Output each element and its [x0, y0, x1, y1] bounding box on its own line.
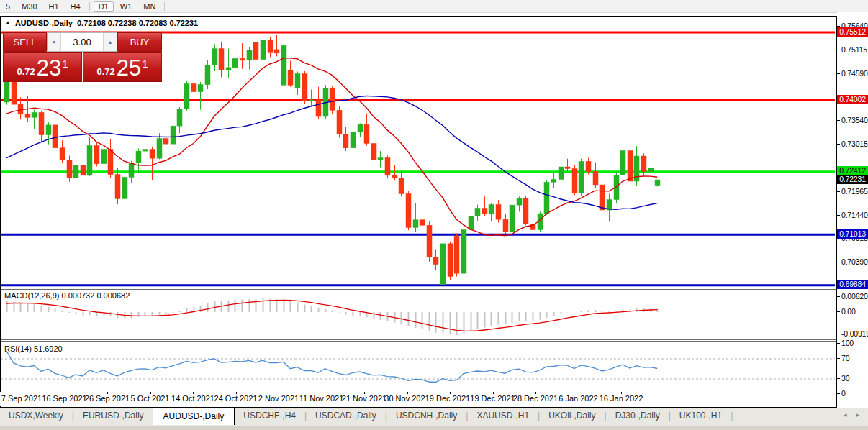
timeframe-button-5[interactable]: 5: [1, 1, 15, 12]
price-axis-label: 0.75115: [841, 45, 867, 54]
macd-signal-line: [6, 300, 657, 331]
candle: [593, 163, 598, 188]
candle: [302, 71, 307, 104]
date-axis-label: 26 Sep 2021: [85, 394, 130, 403]
toolbar-separator: [89, 2, 90, 11]
date-axis-label: 30 Nov 2021: [384, 394, 429, 403]
candle: [482, 196, 487, 216]
candle: [517, 196, 522, 211]
date-axis-label: 5 Oct 2021: [131, 394, 170, 403]
sell-price-prefix: 0.72: [17, 66, 35, 77]
date-axis-label: 11 Nov 2021: [299, 394, 344, 403]
timeframe-toolbar: 5M30H1H4D1W1MN: [0, 0, 868, 13]
sell-price-point: 1: [62, 58, 68, 70]
date-axis-label: 21 Nov 2021: [342, 394, 386, 403]
axis-tick-mark: [837, 378, 840, 379]
timeframe-button-h1[interactable]: H1: [44, 1, 64, 12]
tab-usdcnh-daily[interactable]: USDCNH-,Daily: [387, 408, 466, 424]
timeframe-button-d1[interactable]: D1: [94, 1, 114, 12]
candle: [281, 38, 286, 88]
candle: [309, 90, 314, 106]
macd-axis-label: 0.006201: [841, 292, 868, 301]
tab-separator: |: [731, 411, 733, 421]
candle: [198, 82, 203, 110]
date-axis-label: 14 Oct 2021: [171, 394, 214, 403]
tab-xauusd-h1[interactable]: XAUUSD-,H1: [468, 408, 538, 424]
candle: [413, 203, 418, 232]
axis-tick-mark: [837, 73, 840, 74]
candle: [94, 142, 99, 167]
chart-area[interactable]: ▲ AUDUSD-,Daily 0.72108 0.72238 0.72083 …: [0, 16, 837, 408]
candle: [496, 200, 501, 222]
candle: [399, 171, 404, 196]
candle: [420, 203, 425, 227]
tab-usdx-weekly[interactable]: USDX,Weekly: [0, 408, 72, 424]
axis-tick-mark: [837, 334, 840, 334]
tab-uk100-h1[interactable]: UK100-,H1: [671, 408, 731, 424]
macd-indicator-label: MACD(12,26,9) 0.000732 0.000682: [4, 291, 130, 300]
candle: [655, 180, 660, 187]
mt4-window: 5M30H1H4D1W1MN ▲ AUDUSD-,Daily 0.72108 0…: [0, 0, 868, 430]
date-axis-label: 2 Nov 2021: [258, 394, 299, 403]
candle: [163, 129, 168, 151]
toolbar-separator: [164, 2, 165, 11]
candle: [475, 205, 480, 221]
sell-price-display[interactable]: 0.72 23 1: [3, 52, 82, 82]
tab-scroll-left-icon[interactable]: ◄: [842, 412, 848, 418]
buy-price-pips: 25: [117, 58, 141, 79]
tab-dj30-daily[interactable]: DJ30-,Daily: [607, 408, 669, 424]
axis-tick-mark: [837, 215, 840, 216]
volume-input[interactable]: 3.00: [61, 33, 103, 51]
buy-price-point: 1: [142, 58, 148, 70]
axis-tick-mark: [837, 50, 840, 50]
axis-tick-mark: [837, 120, 840, 121]
candle: [337, 106, 342, 138]
tab-eurusd-daily[interactable]: EURUSD-,Daily: [74, 408, 153, 424]
tab-scroll-controls: ◄►: [842, 408, 868, 418]
rsi-axis-label: 100: [841, 339, 854, 347]
timeframe-button-h4[interactable]: H4: [65, 1, 86, 12]
tab-usdcad-daily[interactable]: USDCAD-,Daily: [307, 408, 385, 424]
timeframe-button-mn[interactable]: MN: [138, 1, 161, 12]
candle: [343, 127, 348, 151]
candle: [101, 139, 107, 167]
volume-increase-icon[interactable]: ▲: [103, 33, 117, 51]
volume-decrease-icon[interactable]: ▼: [48, 33, 61, 51]
candle: [184, 81, 189, 111]
rsi-pane[interactable]: [1, 342, 835, 393]
price-axis-tag: 0.74002: [837, 95, 868, 104]
chart-title: ▲ AUDUSD-,Daily 0.72108 0.72238 0.72083 …: [5, 19, 198, 27]
axis-tick-mark: [837, 311, 840, 312]
rsi-axis-label: 0: [841, 389, 846, 398]
candle: [60, 140, 65, 163]
candle: [461, 227, 466, 275]
rsi-indicator-label: RSI(14) 51.6920: [4, 344, 63, 353]
tab-ukoil-daily[interactable]: UKOil-,Daily: [540, 408, 604, 424]
candle: [39, 111, 44, 142]
candle: [448, 242, 453, 280]
price-axis-tag: 0.71013: [837, 229, 868, 239]
price-axis-label: 0.70390: [841, 257, 868, 266]
candle: [46, 122, 51, 145]
buy-price-display[interactable]: 0.72 25 1: [83, 52, 162, 82]
candle: [253, 30, 258, 65]
tab-usdchf-h4[interactable]: USDCHF-,H4: [235, 408, 304, 424]
price-axis-label: 0.71440: [841, 211, 868, 219]
tab-scroll-right-icon[interactable]: ►: [855, 412, 861, 418]
candle: [73, 163, 78, 183]
timeframe-button-w1[interactable]: W1: [115, 1, 137, 12]
candle: [268, 37, 273, 58]
volume-spinner: ▼ 3.00 ▲: [47, 32, 117, 52]
candle: [551, 173, 556, 188]
buy-button[interactable]: BUY: [117, 32, 162, 52]
macd-axis-label: -0.00919: [841, 329, 868, 338]
rsi-line: [6, 351, 657, 382]
candle: [364, 114, 369, 146]
tab-audusd-daily[interactable]: AUDUSD-,Daily: [153, 408, 235, 425]
price-axis-tag: 0.72231: [837, 175, 868, 184]
axis-tick-mark: [837, 296, 840, 297]
timeframe-button-m30[interactable]: M30: [17, 1, 42, 12]
sell-button[interactable]: SELL: [3, 32, 47, 52]
candle: [87, 137, 92, 176]
candle: [378, 151, 383, 168]
